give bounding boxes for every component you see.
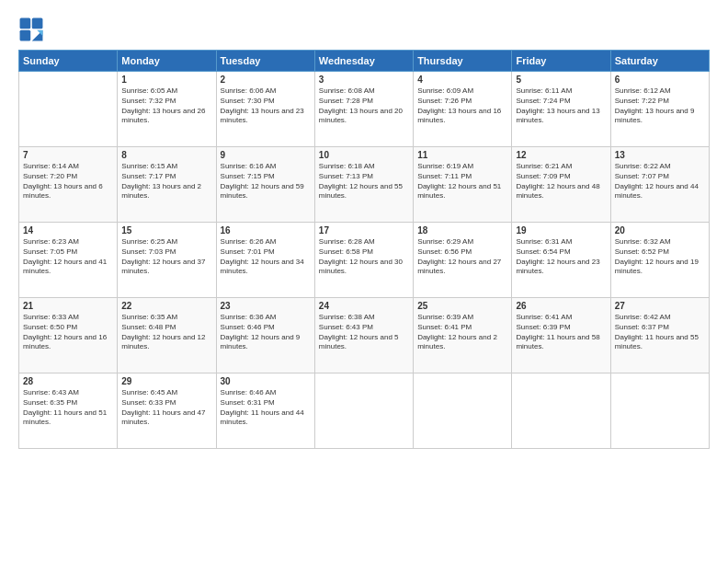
day-number: 5	[516, 75, 606, 85]
day-cell	[610, 373, 709, 449]
day-number: 20	[615, 225, 705, 236]
page-header	[18, 17, 710, 42]
day-number: 30	[221, 376, 311, 386]
column-header-tuesday: Tuesday	[216, 51, 314, 72]
day-info: Sunrise: 6:29 AMSunset: 6:56 PMDaylight:…	[417, 237, 507, 277]
day-info: Sunrise: 6:19 AMSunset: 7:11 PMDaylight:…	[417, 162, 507, 201]
day-cell: 25 Sunrise: 6:39 AMSunset: 6:41 PMDaylig…	[414, 298, 512, 373]
day-cell: 21 Sunrise: 6:33 AMSunset: 6:50 PMDaylig…	[19, 298, 118, 373]
day-cell: 30 Sunrise: 6:46 AMSunset: 6:31 PMDaylig…	[216, 373, 314, 449]
day-info: Sunrise: 6:18 AMSunset: 7:13 PMDaylight:…	[319, 162, 409, 201]
day-cell: 11 Sunrise: 6:19 AMSunset: 7:11 PMDaylig…	[414, 147, 512, 223]
day-number: 28	[23, 376, 113, 386]
day-cell: 24 Sunrise: 6:38 AMSunset: 6:43 PMDaylig…	[314, 298, 413, 373]
day-info: Sunrise: 6:32 AMSunset: 6:52 PMDaylight:…	[615, 237, 705, 277]
day-number: 29	[121, 376, 211, 386]
day-number: 15	[121, 225, 211, 236]
day-cell: 23 Sunrise: 6:36 AMSunset: 6:46 PMDaylig…	[216, 298, 314, 373]
day-number: 24	[319, 301, 409, 311]
day-info: Sunrise: 6:45 AMSunset: 6:33 PMDaylight:…	[121, 388, 211, 428]
day-info: Sunrise: 6:31 AMSunset: 6:54 PMDaylight:…	[516, 237, 606, 277]
day-info: Sunrise: 6:43 AMSunset: 6:35 PMDaylight:…	[23, 388, 113, 428]
day-number: 17	[319, 225, 409, 236]
day-cell: 6 Sunrise: 6:12 AMSunset: 7:22 PMDayligh…	[610, 72, 709, 147]
day-info: Sunrise: 6:05 AMSunset: 7:32 PMDaylight:…	[121, 86, 211, 126]
day-cell	[19, 72, 118, 147]
day-number: 18	[417, 225, 507, 236]
week-row-4: 21 Sunrise: 6:33 AMSunset: 6:50 PMDaylig…	[19, 298, 710, 373]
day-cell: 26 Sunrise: 6:41 AMSunset: 6:39 PMDaylig…	[512, 298, 610, 373]
day-number: 27	[615, 301, 705, 311]
day-cell: 3 Sunrise: 6:08 AMSunset: 7:28 PMDayligh…	[314, 72, 413, 147]
header-row: SundayMondayTuesdayWednesdayThursdayFrid…	[19, 51, 710, 72]
week-row-2: 7 Sunrise: 6:14 AMSunset: 7:20 PMDayligh…	[19, 147, 710, 223]
day-cell: 20 Sunrise: 6:32 AMSunset: 6:52 PMDaylig…	[610, 223, 709, 298]
day-number: 9	[221, 150, 311, 160]
column-header-thursday: Thursday	[414, 51, 512, 72]
day-number: 10	[319, 150, 409, 160]
day-cell: 14 Sunrise: 6:23 AMSunset: 7:05 PMDaylig…	[19, 223, 118, 298]
day-info: Sunrise: 6:35 AMSunset: 6:48 PMDaylight:…	[121, 313, 211, 352]
day-cell: 10 Sunrise: 6:18 AMSunset: 7:13 PMDaylig…	[314, 147, 413, 223]
day-info: Sunrise: 6:09 AMSunset: 7:26 PMDaylight:…	[417, 86, 507, 126]
logo-icon	[18, 17, 44, 42]
column-header-wednesday: Wednesday	[314, 51, 413, 72]
day-cell: 28 Sunrise: 6:43 AMSunset: 6:35 PMDaylig…	[19, 373, 118, 449]
day-cell: 19 Sunrise: 6:31 AMSunset: 6:54 PMDaylig…	[512, 223, 610, 298]
day-info: Sunrise: 6:15 AMSunset: 7:17 PMDaylight:…	[121, 162, 211, 201]
column-header-friday: Friday	[512, 51, 610, 72]
day-number: 11	[417, 150, 507, 160]
day-info: Sunrise: 6:22 AMSunset: 7:07 PMDaylight:…	[615, 162, 705, 201]
column-header-sunday: Sunday	[19, 51, 118, 72]
week-row-3: 14 Sunrise: 6:23 AMSunset: 7:05 PMDaylig…	[19, 223, 710, 298]
day-cell: 29 Sunrise: 6:45 AMSunset: 6:33 PMDaylig…	[118, 373, 216, 449]
day-cell: 1 Sunrise: 6:05 AMSunset: 7:32 PMDayligh…	[118, 72, 216, 147]
day-number: 6	[615, 75, 705, 85]
day-cell: 27 Sunrise: 6:42 AMSunset: 6:37 PMDaylig…	[610, 298, 709, 373]
day-number: 8	[121, 150, 211, 160]
day-info: Sunrise: 6:36 AMSunset: 6:46 PMDaylight:…	[221, 313, 311, 352]
calendar-page: SundayMondayTuesdayWednesdayThursdayFrid…	[0, 0, 728, 563]
day-info: Sunrise: 6:06 AMSunset: 7:30 PMDaylight:…	[221, 86, 311, 126]
day-info: Sunrise: 6:42 AMSunset: 6:37 PMDaylight:…	[615, 313, 705, 352]
day-cell	[512, 373, 610, 449]
day-cell: 17 Sunrise: 6:28 AMSunset: 6:58 PMDaylig…	[314, 223, 413, 298]
day-info: Sunrise: 6:08 AMSunset: 7:28 PMDaylight:…	[319, 86, 409, 126]
svg-rect-1	[32, 18, 43, 29]
day-number: 7	[23, 150, 113, 160]
column-header-monday: Monday	[118, 51, 216, 72]
day-info: Sunrise: 6:12 AMSunset: 7:22 PMDaylight:…	[615, 86, 705, 126]
day-info: Sunrise: 6:11 AMSunset: 7:24 PMDaylight:…	[516, 86, 606, 126]
day-cell: 22 Sunrise: 6:35 AMSunset: 6:48 PMDaylig…	[118, 298, 216, 373]
day-cell: 15 Sunrise: 6:25 AMSunset: 7:03 PMDaylig…	[118, 223, 216, 298]
day-number: 3	[319, 75, 409, 85]
day-info: Sunrise: 6:46 AMSunset: 6:31 PMDaylight:…	[221, 388, 311, 428]
day-number: 2	[221, 75, 311, 85]
day-number: 12	[516, 150, 606, 160]
day-cell	[414, 373, 512, 449]
day-number: 14	[23, 225, 113, 236]
day-number: 1	[121, 75, 211, 85]
day-number: 26	[516, 301, 606, 311]
day-number: 16	[221, 225, 311, 236]
day-cell: 2 Sunrise: 6:06 AMSunset: 7:30 PMDayligh…	[216, 72, 314, 147]
column-header-saturday: Saturday	[610, 51, 709, 72]
day-info: Sunrise: 6:14 AMSunset: 7:20 PMDaylight:…	[23, 162, 113, 201]
day-cell: 18 Sunrise: 6:29 AMSunset: 6:56 PMDaylig…	[414, 223, 512, 298]
day-number: 19	[516, 225, 606, 236]
day-cell: 8 Sunrise: 6:15 AMSunset: 7:17 PMDayligh…	[118, 147, 216, 223]
day-number: 21	[23, 301, 113, 311]
svg-rect-0	[20, 18, 31, 29]
day-cell: 13 Sunrise: 6:22 AMSunset: 7:07 PMDaylig…	[610, 147, 709, 223]
week-row-5: 28 Sunrise: 6:43 AMSunset: 6:35 PMDaylig…	[19, 373, 710, 449]
day-cell: 12 Sunrise: 6:21 AMSunset: 7:09 PMDaylig…	[512, 147, 610, 223]
day-info: Sunrise: 6:39 AMSunset: 6:41 PMDaylight:…	[417, 313, 507, 352]
day-number: 23	[221, 301, 311, 311]
day-info: Sunrise: 6:28 AMSunset: 6:58 PMDaylight:…	[319, 237, 409, 277]
day-number: 22	[121, 301, 211, 311]
day-number: 4	[417, 75, 507, 85]
day-info: Sunrise: 6:23 AMSunset: 7:05 PMDaylight:…	[23, 237, 113, 277]
day-cell: 9 Sunrise: 6:16 AMSunset: 7:15 PMDayligh…	[216, 147, 314, 223]
day-cell: 16 Sunrise: 6:26 AMSunset: 7:01 PMDaylig…	[216, 223, 314, 298]
day-number: 25	[417, 301, 507, 311]
